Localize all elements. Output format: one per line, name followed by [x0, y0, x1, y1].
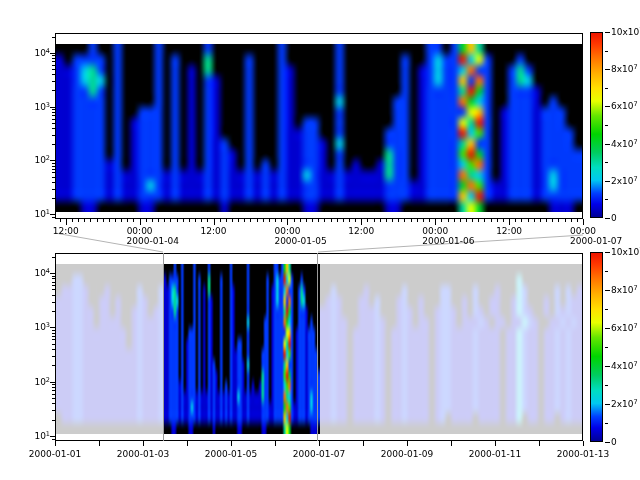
- axis-tick: [257, 219, 258, 222]
- axis-tick: [534, 219, 535, 222]
- axis-tick: [521, 219, 522, 222]
- axis-tick: [605, 181, 610, 182]
- axis-tick: [495, 441, 496, 446]
- axis-tick: [386, 219, 387, 222]
- x-tick-label-time: 12:00: [341, 226, 381, 236]
- axis-tick: [363, 441, 364, 446]
- axis-tick: [454, 219, 455, 222]
- axis-tick: [503, 219, 504, 222]
- axis-tick: [189, 219, 190, 222]
- axis-tick: [558, 219, 559, 222]
- colorbar-tick-label: 0: [611, 213, 617, 223]
- axis-tick: [484, 219, 485, 222]
- y-tick-label: 101: [24, 431, 50, 442]
- y-tick-label: 104: [24, 268, 50, 279]
- axis-tick: [337, 219, 338, 222]
- axis-tick: [605, 328, 610, 329]
- colorbar-tick-label: 2x107: [611, 399, 638, 410]
- axis-tick: [109, 219, 110, 222]
- axis-tick: [605, 423, 608, 424]
- x-tick-label-time: 12:00: [46, 226, 86, 236]
- axis-tick: [472, 219, 473, 222]
- axis-tick: [605, 69, 610, 70]
- axis-tick: [605, 218, 610, 219]
- axis-tick: [220, 219, 221, 222]
- axis-tick: [232, 219, 233, 222]
- axis-tick: [115, 219, 116, 222]
- spectrogram-bottom-canvas[interactable]: [56, 254, 582, 440]
- y-tick-label: 103: [24, 102, 50, 113]
- colorbar-bottom: [590, 252, 603, 442]
- axis-tick: [84, 219, 85, 222]
- axis-tick: [152, 219, 153, 222]
- axis-tick: [231, 441, 232, 446]
- axis-tick: [565, 219, 566, 222]
- axis-tick: [207, 219, 208, 222]
- zoom-selection-box[interactable]: [163, 253, 318, 441]
- colorbar-tick-label: 10x107: [611, 247, 640, 258]
- axis-tick: [571, 219, 572, 222]
- axis-tick: [435, 219, 436, 225]
- colorbar-tick-label: 4x107: [611, 361, 638, 372]
- x-tick-label-time: 12:00: [194, 226, 234, 236]
- spectrogram-panel-top[interactable]: [55, 33, 583, 219]
- axis-tick: [605, 88, 608, 89]
- axis-tick: [491, 219, 492, 222]
- axis-tick: [121, 219, 122, 222]
- spectrogram-top-canvas[interactable]: [56, 34, 582, 218]
- y-tick-label: 101: [24, 209, 50, 220]
- axis-tick: [146, 219, 147, 222]
- axis-tick: [343, 219, 344, 222]
- colorbar-tick-label: 6x107: [611, 101, 638, 112]
- axis-tick: [275, 219, 276, 222]
- axis-tick: [331, 219, 332, 222]
- connector-line-right: [318, 235, 583, 252]
- axis-tick: [349, 219, 350, 222]
- axis-tick: [605, 442, 610, 443]
- axis-tick: [605, 271, 608, 272]
- axis-tick: [546, 219, 547, 222]
- spectrogram-panel-bottom[interactable]: [55, 253, 583, 441]
- axis-tick: [367, 219, 368, 222]
- axis-tick: [448, 219, 449, 222]
- axis-tick: [478, 219, 479, 222]
- x-tick-label-time: 12:00: [489, 226, 529, 236]
- axis-tick: [164, 219, 165, 222]
- colorbar-tick-label: 10x107: [611, 27, 640, 38]
- axis-tick: [361, 219, 362, 225]
- axis-tick: [226, 219, 227, 222]
- x-tick-label-date: 2000-01-07: [289, 449, 349, 459]
- axis-tick: [312, 219, 313, 222]
- x-tick-label-date: 2000-01-11: [465, 449, 525, 459]
- x-tick-label-time: 00:00: [563, 226, 603, 236]
- y-tick-label: 102: [24, 155, 50, 166]
- axis-tick: [177, 219, 178, 222]
- axis-tick: [398, 219, 399, 222]
- axis-tick: [143, 441, 144, 446]
- axis-tick: [605, 404, 610, 405]
- y-tick-label: 103: [24, 322, 50, 333]
- axis-tick: [324, 219, 325, 222]
- axis-tick: [407, 441, 408, 446]
- y-tick-label: 104: [24, 48, 50, 59]
- axis-tick: [605, 51, 608, 52]
- axis-tick: [605, 144, 610, 145]
- axis-tick: [103, 219, 104, 222]
- axis-tick: [187, 441, 188, 446]
- axis-tick: [55, 441, 56, 446]
- colorbar-tick-label: 6x107: [611, 323, 638, 334]
- axis-tick: [201, 219, 202, 222]
- x-tick-label-date: 2000-01-04: [127, 236, 179, 246]
- axis-tick: [583, 219, 584, 225]
- colorbar-tick-label: 2x107: [611, 176, 638, 187]
- axis-tick: [515, 219, 516, 222]
- axis-tick: [170, 219, 171, 222]
- axis-tick: [404, 219, 405, 222]
- axis-tick: [306, 219, 307, 222]
- colorbar-tick-label: 4x107: [611, 139, 638, 150]
- axis-tick: [300, 219, 301, 222]
- axis-tick: [287, 219, 288, 225]
- axis-tick: [281, 219, 282, 222]
- colorbar-tick-label: 8x107: [611, 285, 638, 296]
- axis-tick: [319, 441, 320, 446]
